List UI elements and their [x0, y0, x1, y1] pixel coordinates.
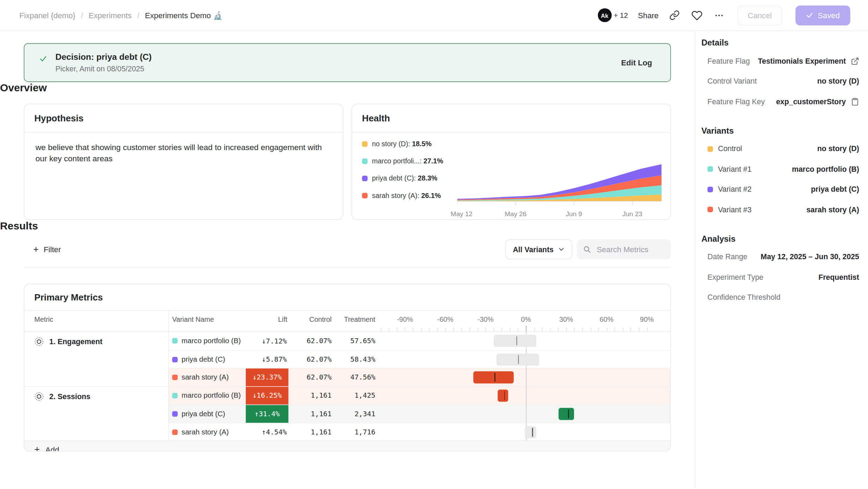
ruler-tick: [574, 327, 575, 331]
lift-point-marker: [504, 391, 505, 400]
details-heading: Details: [701, 38, 859, 47]
ruler-tick: [421, 327, 422, 331]
legend-label: no story (D): 18.5%: [372, 140, 432, 148]
topbar: Fixpanel {demo} / Experiments / Experime…: [0, 0, 868, 31]
table-row[interactable]: sarah story (A)↓23.37%62.07%47.56%: [168, 368, 671, 386]
variant-swatch: [172, 392, 178, 398]
variants-filter-dropdown[interactable]: All Variants: [506, 239, 572, 259]
treatment-value: 2,341: [320, 410, 375, 418]
cancel-button[interactable]: Cancel: [737, 5, 782, 25]
table-row[interactable]: marco portfolio (B)↓7.12%62.07%57.65%: [168, 332, 671, 350]
health-legend: no story (D): 18.5%marco portfoli...: 27…: [352, 133, 457, 220]
metric-group: 1. Engagementmarco portfolio (B)↓7.12%62…: [24, 331, 671, 386]
metric-cell[interactable]: 1. Engagement: [24, 332, 168, 386]
variant-rows: marco portfolio (B)↓16.25%1,1611,425priy…: [168, 387, 671, 440]
copy-link-icon[interactable]: [668, 9, 681, 21]
ruler-tick: [461, 327, 462, 331]
primary-metrics-title: Primary Metrics: [34, 292, 103, 303]
lift-value: ↓16.25%: [246, 387, 288, 404]
avatar[interactable]: Ak: [598, 8, 612, 22]
ruler-tick: [647, 327, 648, 331]
table-row[interactable]: sarah story (A)↑4.54%1,1611,716: [168, 423, 671, 440]
col-lift-header: Lift: [243, 316, 287, 324]
sidebar-row-label: Variant #1: [718, 165, 752, 173]
col-variant-header: Variant Name: [172, 316, 214, 324]
favorite-heart-icon[interactable]: [691, 9, 703, 21]
metric-name: 1. Engagement: [49, 337, 102, 346]
sidebar-row: Feature FlagTestimonials Experiment: [701, 51, 859, 71]
metrics-table-header: Metric Variant Name Lift Control Treatme…: [24, 311, 671, 332]
add-metric-button[interactable]: + Add: [24, 440, 671, 452]
table-row[interactable]: priya debt (C)↑31.4%1,1612,341: [168, 404, 671, 422]
decision-title: Decision: priya debt (C): [55, 52, 621, 62]
axis-tick-label: -30%: [477, 316, 493, 324]
axis-tick-label: -60%: [437, 316, 453, 324]
sidebar-row-label: Experiment Type: [708, 273, 764, 282]
metric-cell[interactable]: 2. Sessions: [24, 387, 168, 440]
treatment-value: 1,716: [320, 427, 375, 436]
filter-label: Filter: [44, 245, 61, 254]
collaborator-avatars[interactable]: Ak + 12: [598, 8, 628, 22]
metrics-search[interactable]: [577, 239, 671, 259]
sidebar-row-label: Date Range: [708, 253, 747, 261]
breadcrumb-project[interactable]: Fixpanel {demo}: [19, 11, 75, 20]
lift-text: ↑31.4%: [255, 410, 280, 418]
treatment-value: 58.43%: [320, 355, 375, 363]
col-treatment-header: Treatment: [331, 316, 375, 324]
sidebar-row-label: Feature Flag: [708, 57, 750, 65]
lift-point-marker: [494, 373, 495, 382]
share-button[interactable]: Share: [638, 11, 659, 20]
plus-icon: +: [34, 445, 40, 452]
sidebar-row: Experiment TypeFrequentist: [701, 267, 859, 288]
legend-label: marco portfoli...: 27.1%: [372, 157, 443, 165]
ruler-tick: [397, 327, 398, 331]
lift-point-marker: [532, 427, 533, 436]
sidebar-row: Confidence Threshold: [701, 287, 859, 307]
health-card: Health no story (D): 18.5%marco portfoli…: [352, 104, 671, 220]
search-input[interactable]: [596, 244, 665, 255]
legend-swatch: [362, 158, 368, 164]
health-legend-item: priya debt (C): 28.3%: [362, 175, 457, 182]
lift-value: ↓23.37%: [246, 368, 288, 386]
check-icon: [39, 53, 47, 72]
add-filter-button[interactable]: + Filter: [33, 244, 61, 254]
sidebar-row-value: exp_customerStory: [765, 97, 846, 106]
sidebar-row-value: no story (D): [742, 145, 859, 153]
x-axis-tick-label: Jun 9: [566, 210, 582, 218]
more-options-icon[interactable]: [713, 9, 725, 21]
metrics-table-body: 1. Engagementmarco portfolio (B)↓7.12%62…: [24, 331, 671, 440]
chevron-down-icon: [557, 246, 565, 253]
results-heading: Results: [0, 220, 695, 232]
axis-tick-label: 30%: [559, 316, 573, 324]
confidence-interval-bar: [559, 408, 574, 420]
ruler-tick: [518, 327, 519, 331]
legend-swatch: [362, 193, 368, 198]
ruler-tick: [615, 327, 615, 331]
axis-tick-label: -90%: [397, 316, 413, 324]
ruler-tick: [591, 327, 591, 331]
sidebar-row: Variant #3sarah story (A): [701, 199, 859, 220]
lift-point-marker: [516, 336, 517, 345]
saved-button[interactable]: Saved: [796, 5, 850, 25]
variants-filter-value: All Variants: [513, 245, 554, 254]
confidence-interval-bar: [525, 426, 537, 438]
ruler-tick: [623, 327, 623, 331]
axis-tick-label: 0%: [521, 316, 531, 324]
sidebar-row-label: Variant #2: [718, 185, 752, 194]
zero-percent-line: [526, 331, 527, 440]
decision-banner: Decision: priya debt (C) Picker, Amit on…: [24, 43, 671, 82]
lift-point-marker: [518, 355, 519, 364]
clipboard-icon[interactable]: [851, 97, 859, 106]
hypothesis-body: we believe that showing customer stories…: [24, 133, 334, 173]
ruler-tick: [542, 327, 543, 331]
table-row[interactable]: marco portfolio (B)↓16.25%1,1611,425: [168, 387, 671, 404]
breadcrumb-experiments[interactable]: Experiments: [89, 11, 132, 20]
table-row[interactable]: priya debt (C)↓5.87%62.07%58.43%: [168, 350, 671, 368]
x-axis-tick-label: May 26: [505, 210, 526, 218]
details-rows: Feature FlagTestimonials ExperimentContr…: [701, 51, 859, 112]
external-link-icon[interactable]: [851, 57, 859, 65]
confidence-interval-bar: [473, 371, 514, 383]
health-exposure-chart: May 12May 26Jun 9Jun 23: [457, 133, 662, 220]
metric-target-icon: [34, 337, 44, 348]
edit-log-button[interactable]: Edit Log: [621, 58, 652, 67]
